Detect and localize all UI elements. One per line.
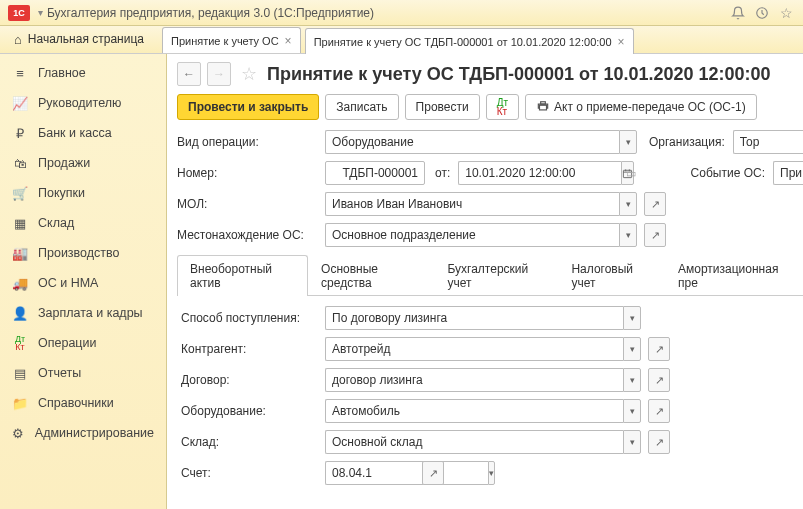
org-input[interactable] <box>733 130 803 154</box>
close-icon[interactable]: × <box>618 35 625 49</box>
open-ref-button[interactable]: ↗ <box>648 430 670 454</box>
open-ref-button[interactable]: ↗ <box>648 368 670 392</box>
post-and-close-button[interactable]: Провести и закрыть <box>177 94 319 120</box>
tab-2-label: Принятие к учету ОС ТДБП-000001 от 10.01… <box>314 36 612 48</box>
open-ref-button[interactable]: ↗ <box>422 461 444 485</box>
dropdown-icon[interactable]: ▾ <box>619 192 637 216</box>
tab-home[interactable]: ⌂ Начальная страница <box>0 25 158 53</box>
dtkt-icon: ДтКт <box>497 98 508 116</box>
nav-back-button[interactable]: ← <box>177 62 201 86</box>
menu-icon: ≡ <box>12 66 28 81</box>
date-label: от: <box>435 166 450 180</box>
history-icon[interactable] <box>753 4 771 22</box>
content: ← → ☆ Принятие к учету ОС ТДБП-000001 от… <box>167 54 803 509</box>
method-label: Способ поступления: <box>181 311 321 325</box>
svg-rect-0 <box>540 105 547 110</box>
sidebar-item-label: Руководителю <box>38 96 121 110</box>
subtab-fixed-assets[interactable]: Основные средства <box>308 255 434 296</box>
open-ref-button[interactable]: ↗ <box>644 223 666 247</box>
chart-icon: 📈 <box>12 96 28 111</box>
subtab-tax[interactable]: Налоговый учет <box>558 255 665 296</box>
dropdown-icon[interactable]: ▾ <box>619 130 637 154</box>
equipment-input[interactable] <box>325 399 623 423</box>
sidebar-item-purchases[interactable]: 🛒Покупки <box>0 178 166 208</box>
sidebar-item-manager[interactable]: 📈Руководителю <box>0 88 166 118</box>
sidebar-item-admin[interactable]: ⚙Администрирование <box>0 418 166 448</box>
dropdown-icon[interactable]: ▾ <box>623 368 641 392</box>
dropdown-icon[interactable]: ▾ <box>619 223 637 247</box>
dropdown-icon[interactable]: ▾ <box>623 399 641 423</box>
number-input[interactable] <box>325 161 425 185</box>
sub-tabs: Внеоборотный актив Основные средства Бух… <box>177 254 803 296</box>
sidebar-item-label: Склад <box>38 216 74 230</box>
event-label: Событие ОС: <box>691 166 765 180</box>
favorite-star-icon[interactable]: ☆ <box>241 63 257 85</box>
tab-home-label: Начальная страница <box>28 32 144 46</box>
sidebar-item-bank[interactable]: ₽Банк и касса <box>0 118 166 148</box>
contract-label: Договор: <box>181 373 321 387</box>
contractor-input[interactable] <box>325 337 623 361</box>
sidebar-item-sales[interactable]: 🛍Продажи <box>0 148 166 178</box>
dropdown-icon[interactable]: ▾ <box>623 430 641 454</box>
warehouse-input[interactable] <box>325 430 623 454</box>
logo-1c: 1C <box>8 5 30 21</box>
truck-icon: 🚚 <box>12 276 28 291</box>
write-button[interactable]: Записать <box>325 94 398 120</box>
open-ref-button[interactable]: ↗ <box>648 337 670 361</box>
equipment-label: Оборудование: <box>181 404 321 418</box>
dtkt-icon: ДтКт <box>12 335 28 351</box>
bell-icon[interactable] <box>729 4 747 22</box>
method-input[interactable] <box>325 306 623 330</box>
sidebar-item-warehouse[interactable]: ▦Склад <box>0 208 166 238</box>
sidebar-item-label: Администрирование <box>35 426 154 440</box>
op-type-input[interactable] <box>325 130 619 154</box>
open-ref-button[interactable]: ↗ <box>644 192 666 216</box>
sidebar-item-label: Отчеты <box>38 366 81 380</box>
post-button[interactable]: Провести <box>405 94 480 120</box>
subtab-noncurrent-asset[interactable]: Внеоборотный актив <box>177 255 308 296</box>
factory-icon: 🏭 <box>12 246 28 261</box>
close-icon[interactable]: × <box>285 34 292 48</box>
sidebar-item-label: ОС и НМА <box>38 276 98 290</box>
sidebar-item-directories[interactable]: 📁Справочники <box>0 388 166 418</box>
person-icon: 👤 <box>12 306 28 321</box>
linked-icon[interactable]: ▭ <box>626 167 636 180</box>
ruble-icon: ₽ <box>12 126 28 141</box>
tab-1[interactable]: Принятие к учету ОС × <box>162 27 301 53</box>
dropdown-icon[interactable]: ▾ <box>623 306 641 330</box>
subform: Способ поступления: ▾ Контрагент: ▾ ↗ До… <box>177 296 803 485</box>
star-icon[interactable]: ☆ <box>777 4 795 22</box>
sidebar-item-production[interactable]: 🏭Производство <box>0 238 166 268</box>
dropdown-icon[interactable]: ▾ <box>623 337 641 361</box>
report-icon: ▤ <box>12 366 28 381</box>
sidebar-item-reports[interactable]: ▤Отчеты <box>0 358 166 388</box>
bag-icon: 🛍 <box>12 156 28 171</box>
sidebar-item-operations[interactable]: ДтКтОперации <box>0 328 166 358</box>
warehouse-label: Склад: <box>181 435 321 449</box>
subtab-accounting[interactable]: Бухгалтерский учет <box>434 255 558 296</box>
app-title: Бухгалтерия предприятия, редакция 3.0 (1… <box>47 6 374 20</box>
sidebar-item-salary[interactable]: 👤Зарплата и кадры <box>0 298 166 328</box>
tab-2[interactable]: Принятие к учету ОС ТДБП-000001 от 10.01… <box>305 28 634 54</box>
subtab-amortization[interactable]: Амортизационная пре <box>665 255 803 296</box>
sidebar-item-main[interactable]: ≡Главное <box>0 58 166 88</box>
sidebar-item-os-nma[interactable]: 🚚ОС и НМА <box>0 268 166 298</box>
account-input[interactable] <box>325 461 488 485</box>
printer-icon <box>536 100 550 114</box>
date-input[interactable] <box>458 161 621 185</box>
sidebar-item-label: Банк и касса <box>38 126 112 140</box>
contract-input[interactable] <box>325 368 623 392</box>
page-title: Принятие к учету ОС ТДБП-000001 от 10.01… <box>267 64 771 85</box>
dropdown-icon[interactable]: ▾ <box>488 461 495 485</box>
event-input[interactable] <box>773 161 803 185</box>
sidebar-item-label: Справочники <box>38 396 114 410</box>
open-ref-button[interactable]: ↗ <box>648 399 670 423</box>
dropdown-icon[interactable]: ▾ <box>38 7 43 18</box>
mol-input[interactable] <box>325 192 619 216</box>
nav-forward-button[interactable]: → <box>207 62 231 86</box>
number-label: Номер: <box>177 166 321 180</box>
dtkt-button[interactable]: ДтКт <box>486 94 519 120</box>
print-act-button[interactable]: Акт о приеме-передаче ОС (ОС-1) <box>525 94 757 120</box>
location-input[interactable] <box>325 223 619 247</box>
tab-1-label: Принятие к учету ОС <box>171 35 279 47</box>
